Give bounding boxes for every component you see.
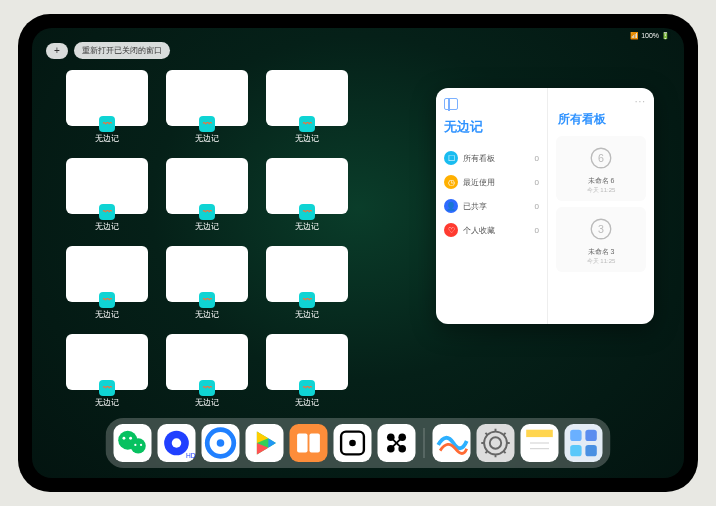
board-date: 今天 11:25 (562, 186, 640, 195)
svg-point-30 (490, 437, 501, 448)
sidebar-item[interactable]: ◷最近使用0 (444, 170, 539, 194)
svg-rect-40 (526, 437, 553, 456)
dock-recent-freeform[interactable] (433, 424, 471, 462)
freeform-panel: 无边记 ☐所有看板0◷最近使用0👤已共享0♡个人收藏0 ··· 所有看板 6未命… (436, 88, 654, 324)
freeform-app-icon (99, 204, 115, 220)
freeform-app-icon (299, 116, 315, 132)
sidebar-item-label: 所有看板 (463, 153, 495, 164)
sidebar-item-count: 0 (535, 154, 539, 163)
window-tile[interactable]: 无边记 (266, 334, 348, 408)
sidebar-item-icon: ◷ (444, 175, 458, 189)
reopen-closed-window-button[interactable]: 重新打开已关闭的窗口 (74, 42, 170, 59)
sidebar-item-label: 个人收藏 (463, 225, 495, 236)
status-bar: 📶 100% 🔋 (630, 32, 670, 40)
sidebar-item-icon: ☐ (444, 151, 458, 165)
freeform-app-icon (199, 380, 215, 396)
svg-line-34 (485, 451, 487, 453)
dock-app-dots[interactable] (378, 424, 416, 462)
tile-label: 无边记 (295, 397, 319, 408)
board-card[interactable]: 3未命名 3今天 11:25 (556, 207, 646, 272)
svg-marker-18 (268, 438, 276, 448)
sidebar-item-label: 已共享 (463, 201, 487, 212)
window-tile[interactable]: 无边记 (266, 158, 348, 232)
sidebar-item[interactable]: 👤已共享0 (444, 194, 539, 218)
freeform-app-icon (99, 292, 115, 308)
dock-app-wechat[interactable] (114, 424, 152, 462)
freeform-app-icon (299, 292, 315, 308)
freeform-app-icon (299, 204, 315, 220)
boards-title: 所有看板 (556, 111, 646, 128)
dock-recent-notes[interactable] (521, 424, 559, 462)
board-date: 今天 11:25 (562, 257, 640, 266)
svg-point-5 (131, 438, 146, 453)
svg-line-38 (504, 433, 506, 435)
more-icon[interactable]: ··· (556, 96, 646, 107)
svg-point-9 (140, 444, 142, 446)
window-tile[interactable]: 无边记 (166, 246, 248, 320)
dock-recent-folder[interactable] (565, 424, 603, 462)
svg-point-14 (217, 439, 225, 447)
svg-text:6: 6 (598, 152, 604, 164)
window-tile[interactable]: 无边记 (66, 334, 148, 408)
tile-label: 无边记 (195, 397, 219, 408)
board-sketch: 3 (583, 213, 619, 245)
dock-separator (424, 428, 425, 458)
sidebar-toggle-icon[interactable] (444, 98, 458, 110)
svg-point-22 (349, 440, 356, 447)
dock-app-quark[interactable] (202, 424, 240, 462)
sidebar-title: 无边记 (444, 118, 539, 136)
tile-label: 无边记 (95, 309, 119, 320)
new-window-button[interactable]: + (46, 43, 68, 59)
dock-app-books[interactable] (290, 424, 328, 462)
dock-app-dice[interactable] (334, 424, 372, 462)
tile-label: 无边记 (95, 133, 119, 144)
freeform-app-icon (199, 204, 215, 220)
window-tile[interactable]: 无边记 (66, 70, 148, 144)
window-tile[interactable]: 无边记 (266, 246, 348, 320)
dock: HD (106, 418, 611, 468)
window-tile[interactable]: 无边记 (66, 158, 148, 232)
app-switcher-grid: 无边记无边记无边记无边记无边记无边记无边记无边记无边记无边记无边记无边记 (66, 70, 446, 408)
dock-app-play[interactable] (246, 424, 284, 462)
sidebar-item-count: 0 (535, 178, 539, 187)
freeform-sidebar: 无边记 ☐所有看板0◷最近使用0👤已共享0♡个人收藏0 (436, 88, 548, 324)
svg-rect-39 (526, 430, 553, 438)
freeform-boards: ··· 所有看板 6未命名 6今天 11:253未命名 3今天 11:25 (548, 88, 654, 324)
freeform-app-icon (199, 292, 215, 308)
sidebar-item-label: 最近使用 (463, 177, 495, 188)
dock-app-quark-hd[interactable]: HD (158, 424, 196, 462)
tile-label: 无边记 (95, 397, 119, 408)
window-tile[interactable]: 无边记 (266, 70, 348, 144)
board-name: 未命名 6 (562, 176, 640, 186)
sidebar-item-icon: 👤 (444, 199, 458, 213)
svg-text:HD: HD (186, 452, 196, 459)
svg-line-36 (485, 433, 487, 435)
tile-label: 无边记 (195, 309, 219, 320)
sidebar-item-icon: ♡ (444, 223, 458, 237)
svg-line-32 (504, 451, 506, 453)
board-sketch: 6 (583, 142, 619, 174)
tile-label: 无边记 (95, 221, 119, 232)
sidebar-item-count: 0 (535, 202, 539, 211)
svg-point-11 (172, 438, 182, 448)
ipad-frame: 📶 100% 🔋 + 重新打开已关闭的窗口 无边记无边记无边记无边记无边记无边记… (18, 14, 698, 492)
window-tile[interactable]: 无边记 (166, 334, 248, 408)
window-tile[interactable]: 无边记 (66, 246, 148, 320)
window-tile[interactable]: 无边记 (166, 158, 248, 232)
freeform-app-icon (99, 380, 115, 396)
svg-rect-44 (585, 430, 596, 441)
sidebar-item[interactable]: ☐所有看板0 (444, 146, 539, 170)
dock-recent-settings[interactable] (477, 424, 515, 462)
board-card[interactable]: 6未命名 6今天 11:25 (556, 136, 646, 201)
tile-label: 无边记 (295, 309, 319, 320)
tile-label: 无边记 (295, 221, 319, 232)
tile-label: 无边记 (295, 133, 319, 144)
svg-rect-45 (570, 445, 581, 456)
tile-label: 无边记 (195, 133, 219, 144)
freeform-app-icon (199, 116, 215, 132)
tile-label: 无边记 (195, 221, 219, 232)
sidebar-item[interactable]: ♡个人收藏0 (444, 218, 539, 242)
freeform-app-icon (99, 116, 115, 132)
svg-rect-19 (297, 434, 307, 453)
window-tile[interactable]: 无边记 (166, 70, 248, 144)
